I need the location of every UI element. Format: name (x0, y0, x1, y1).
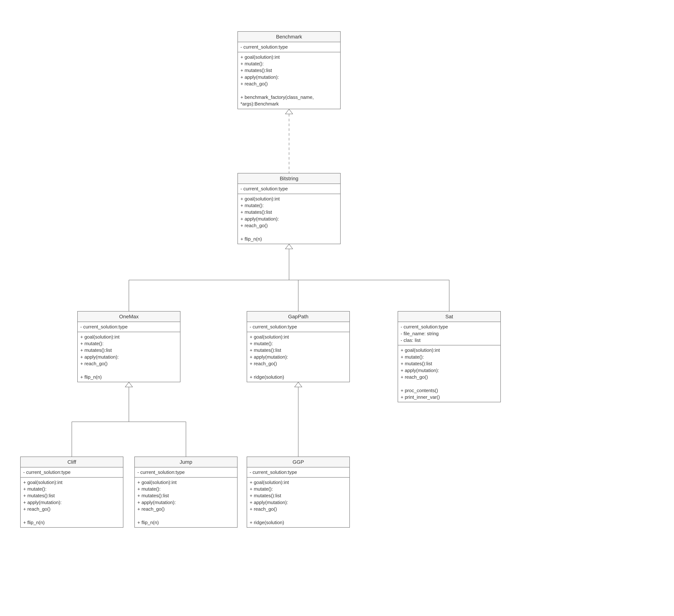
method-line: + reach_go() (240, 222, 338, 229)
class-attributes: - current_solution:type (238, 42, 340, 52)
method-line: + flip_n(n) (240, 236, 338, 242)
attr-line: - current_solution:type (23, 469, 120, 476)
class-methods: + goal(solution):int+ mutate():+ mutates… (247, 478, 349, 527)
method-line (137, 512, 235, 519)
method-line (250, 367, 347, 374)
class-methods: + goal(solution):int+ mutate():+ mutates… (78, 332, 180, 382)
svg-marker-0 (286, 109, 293, 114)
method-line: + mutate(): (137, 486, 235, 492)
method-line (80, 367, 178, 374)
svg-marker-13 (295, 382, 302, 387)
svg-marker-2 (286, 244, 293, 249)
method-line: + apply(mutation): (80, 354, 178, 360)
method-line: + reach_go() (250, 506, 347, 512)
method-line: + proc_contents() (401, 387, 498, 394)
method-line: + ridge(solution) (250, 374, 347, 380)
method-line: + goal(solution):int (137, 479, 235, 486)
attr-line: - clas: list (401, 337, 498, 344)
attr-line: - current_solution:type (80, 324, 178, 330)
method-line: + mutates():list (250, 347, 347, 354)
method-line: + goal(solution):int (250, 334, 347, 340)
attr-line: - current_solution:type (240, 44, 338, 50)
attr-line: - current_solution:type (137, 469, 235, 476)
method-line: + mutates():list (80, 347, 178, 354)
method-line: + ridge(solution) (250, 519, 347, 526)
method-line: + print_inner_var() (401, 394, 498, 400)
method-line: + flip_n(n) (137, 519, 235, 526)
method-line (240, 87, 338, 94)
class-methods: + goal(solution):int+ mutate():+ mutates… (398, 345, 500, 402)
method-line (250, 512, 347, 519)
class-title: GapPath (247, 312, 349, 322)
method-line: + mutate(): (250, 486, 347, 492)
class-cliff: Cliff- current_solution:type+ goal(solut… (20, 457, 123, 528)
method-line: + reach_go() (137, 506, 235, 512)
class-methods: + goal(solution):int+ mutate():+ mutates… (238, 52, 340, 109)
attr-line: - current_solution:type (240, 186, 338, 192)
svg-marker-8 (125, 382, 132, 387)
method-line: + apply(mutation): (23, 499, 120, 506)
uml-class-diagram: Benchmark- current_solution:type+ goal(s… (0, 0, 674, 616)
method-line: + flip_n(n) (23, 519, 120, 526)
class-title: Bitstring (238, 173, 340, 184)
method-line: + goal(solution):int (80, 334, 178, 340)
class-title: Sat (398, 312, 500, 322)
method-line: + reach_go() (23, 506, 120, 512)
method-line: + apply(mutation): (250, 354, 347, 360)
method-line: + flip_n(n) (80, 374, 178, 380)
method-line: + mutate(): (240, 60, 338, 67)
class-ggp: GGP- current_solution:type+ goal(solutio… (247, 457, 350, 528)
class-bitstring: Bitstring- current_solution:type+ goal(s… (237, 173, 341, 244)
attr-line: - file_name: string (401, 330, 498, 337)
attr-line: - current_solution:type (401, 324, 498, 330)
attr-line: - current_solution:type (250, 469, 347, 476)
method-line: + mutates():list (401, 360, 498, 367)
class-attributes: - current_solution:type- file_name: stri… (398, 322, 500, 345)
method-line: + mutate(): (401, 354, 498, 360)
method-line: + mutate(): (240, 202, 338, 209)
method-line: + apply(mutation): (137, 499, 235, 506)
method-line: + reach_go() (250, 360, 347, 367)
method-line (23, 512, 120, 519)
method-line: + mutates():list (250, 492, 347, 499)
class-attributes: - current_solution:type (238, 184, 340, 194)
method-line: + mutates():list (137, 492, 235, 499)
class-attributes: - current_solution:type (247, 467, 349, 477)
method-line: + apply(mutation): (240, 216, 338, 222)
class-title: Benchmark (238, 32, 340, 42)
class-title: OneMax (78, 312, 180, 322)
method-line: + mutates():list (240, 67, 338, 74)
class-methods: + goal(solution):int+ mutate():+ mutates… (247, 332, 349, 382)
method-line: + mutates():list (23, 492, 120, 499)
method-line: + goal(solution):int (240, 54, 338, 60)
method-line (401, 380, 498, 387)
class-attributes: - current_solution:type (247, 322, 349, 332)
method-line: + benchmark_factory(class_name, *args):B… (240, 94, 338, 107)
class-gappath: GapPath- current_solution:type+ goal(sol… (247, 311, 350, 382)
class-title: Cliff (21, 457, 123, 467)
method-line: + goal(solution):int (240, 196, 338, 202)
method-line: + goal(solution):int (401, 347, 498, 354)
class-jump: Jump- current_solution:type+ goal(soluti… (134, 457, 237, 528)
class-sat: Sat- current_solution:type- file_name: s… (398, 311, 501, 402)
class-title: Jump (135, 457, 237, 467)
method-line: + mutate(): (250, 340, 347, 347)
method-line: + apply(mutation): (240, 74, 338, 81)
attr-line: - current_solution:type (250, 324, 347, 330)
class-attributes: - current_solution:type (135, 467, 237, 477)
class-onemax: OneMax- current_solution:type+ goal(solu… (77, 311, 181, 382)
method-line: + goal(solution):int (250, 479, 347, 486)
method-line: + reach_go() (80, 360, 178, 367)
class-attributes: - current_solution:type (21, 467, 123, 477)
method-line: + mutates():list (240, 209, 338, 215)
method-line: + reach_go() (240, 81, 338, 87)
class-methods: + goal(solution):int+ mutate():+ mutates… (21, 478, 123, 527)
method-line: + apply(mutation): (250, 499, 347, 506)
class-attributes: - current_solution:type (78, 322, 180, 332)
method-line: + mutate(): (23, 486, 120, 492)
method-line: + reach_go() (401, 374, 498, 380)
method-line (240, 229, 338, 236)
method-line: + mutate(): (80, 340, 178, 347)
method-line: + apply(mutation): (401, 367, 498, 374)
class-benchmark: Benchmark- current_solution:type+ goal(s… (237, 31, 341, 109)
